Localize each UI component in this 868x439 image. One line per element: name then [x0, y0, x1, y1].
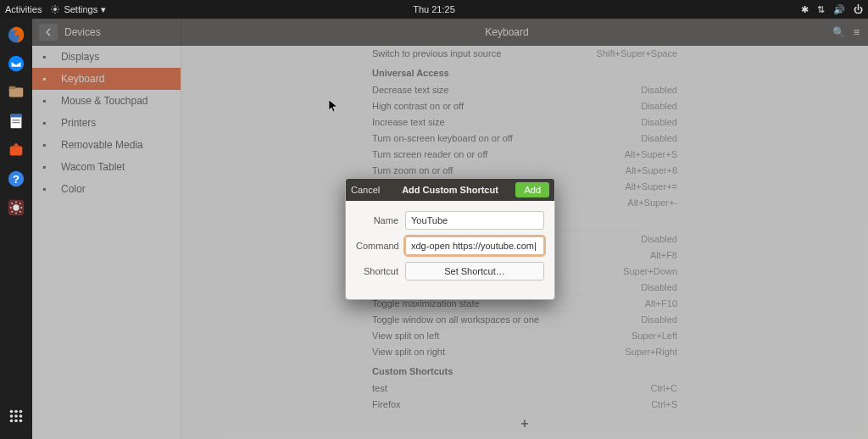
- shortcut-label: Shortcut: [356, 266, 405, 276]
- svg-point-18: [19, 414, 23, 418]
- dialog-header: Cancel Add Custom Shortcut Add: [346, 179, 554, 201]
- volume-icon[interactable]: 🔊: [833, 4, 845, 15]
- svg-text:?: ?: [13, 173, 19, 186]
- settings-app-icon: [50, 4, 60, 14]
- writer-icon[interactable]: [3, 108, 29, 134]
- svg-point-20: [14, 420, 18, 423]
- svg-point-17: [14, 414, 18, 418]
- svg-point-14: [14, 410, 18, 414]
- name-label: Name: [356, 215, 405, 225]
- help-icon[interactable]: ?: [3, 166, 29, 192]
- network-icon[interactable]: ⇅: [817, 4, 825, 15]
- app-menu[interactable]: Settings ▾: [50, 4, 106, 15]
- show-applications-icon[interactable]: [3, 403, 29, 429]
- svg-point-16: [10, 414, 14, 418]
- add-shortcut-dialog: Cancel Add Custom Shortcut Add Name Comm…: [345, 178, 555, 300]
- cancel-button[interactable]: Cancel: [351, 185, 380, 195]
- dock: ?: [0, 19, 32, 439]
- svg-point-19: [10, 420, 14, 423]
- software-icon[interactable]: [3, 137, 29, 163]
- svg-rect-6: [11, 114, 22, 118]
- clock[interactable]: Thu 21:25: [413, 4, 455, 14]
- name-input[interactable]: [405, 211, 544, 230]
- chevron-down-icon: ▾: [101, 4, 106, 15]
- svg-rect-8: [12, 122, 19, 123]
- svg-rect-7: [12, 119, 19, 120]
- set-shortcut-button[interactable]: Set Shortcut…: [405, 262, 544, 281]
- dialog-title: Add Custom Shortcut: [402, 185, 498, 195]
- svg-point-21: [19, 420, 23, 423]
- svg-point-13: [10, 410, 14, 414]
- thunderbird-icon[interactable]: [3, 51, 29, 76]
- svg-point-0: [53, 8, 57, 11]
- firefox-icon[interactable]: [3, 22, 29, 47]
- svg-point-2: [8, 56, 24, 71]
- power-icon[interactable]: ⏻: [854, 4, 863, 14]
- svg-rect-4: [9, 86, 15, 90]
- settings-dock-icon[interactable]: [3, 195, 29, 220]
- app-menu-label: Settings: [64, 4, 97, 14]
- command-input[interactable]: [405, 236, 544, 255]
- svg-point-15: [19, 410, 23, 414]
- bluetooth-icon[interactable]: ✱: [801, 4, 809, 15]
- files-icon[interactable]: [3, 80, 29, 105]
- add-button[interactable]: Add: [515, 182, 549, 197]
- gnome-topbar: Activities Settings ▾ Thu 21:25 ✱ ⇅ 🔊 ⏻: [0, 0, 868, 19]
- activities-button[interactable]: Activities: [5, 4, 42, 14]
- svg-rect-9: [10, 146, 23, 155]
- command-label: Command: [356, 241, 405, 251]
